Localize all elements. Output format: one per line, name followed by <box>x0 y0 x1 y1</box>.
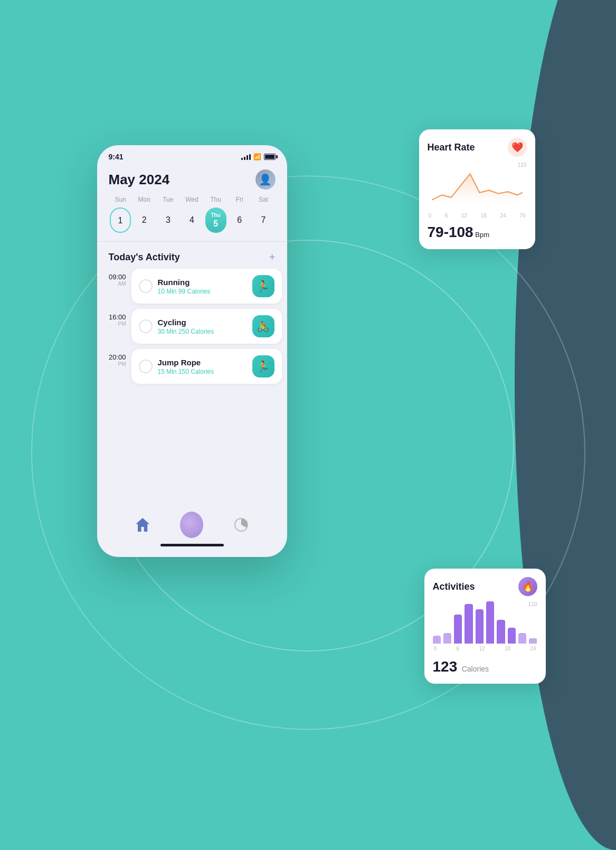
bar-chart-area: 110 70 0 6 12 18 24 <box>433 601 537 654</box>
calories-number: 123 <box>433 658 458 675</box>
phone-bottom <box>97 507 287 557</box>
time-label-cycling: 16:00 PM <box>102 309 126 344</box>
jumprope-icon: 🏃 <box>252 355 274 377</box>
bar-chart-y-max: 110 <box>528 601 537 607</box>
day-cell-4[interactable]: 4 <box>181 207 202 233</box>
activities-card-header: Activities 🔥 <box>433 577 537 596</box>
heart-rate-x-labels: 0 6 12 18 24 70 <box>428 213 527 219</box>
day-name-wed: Wed <box>181 196 202 203</box>
nav-stats[interactable] <box>230 513 253 536</box>
time-hour-jumprope: 20:00 <box>102 353 126 361</box>
day-cell-6[interactable]: 6 <box>229 207 250 233</box>
bars-container <box>433 601 537 644</box>
heart-icon: ❤️ <box>508 138 527 157</box>
activity-running-block: 09:00 AM Running 10 Min 99 Calories 🏃 <box>102 269 282 304</box>
activity-name-running: Running <box>158 278 247 287</box>
day-name-mon: Mon <box>134 196 155 203</box>
day-cell-2[interactable]: 2 <box>134 207 155 233</box>
bpm-unit: Bpm <box>475 231 489 239</box>
heart-rate-y-label: 110 <box>518 162 527 168</box>
activities-title: Activities <box>433 581 475 592</box>
heart-rate-card-header: Heart Rate ❤️ <box>428 138 527 157</box>
home-icon <box>136 518 149 532</box>
day-name-thu: Thu <box>205 196 226 203</box>
bar-x-labels: 0 6 12 18 24 <box>433 646 537 651</box>
cycling-icon: 🚴 <box>252 315 274 337</box>
day-cell-3[interactable]: 3 <box>157 207 178 233</box>
activity-name-jumprope: Jump Rope <box>158 358 247 367</box>
activity-cycling-block: 16:00 PM Cycling 30 Min 250 Calories 🚴 <box>102 309 282 344</box>
activity-check-cycling[interactable] <box>139 319 153 333</box>
status-bar: 9:41 📶 <box>97 145 287 165</box>
time-ampm-cycling: PM <box>102 321 126 327</box>
activity-check-jumprope[interactable] <box>139 360 153 373</box>
activity-list: 09:00 AM Running 10 Min 99 Calories 🏃 <box>97 269 287 507</box>
phone: 9:41 📶 May 2024 👤 <box>97 145 287 557</box>
bar-2 <box>443 633 451 644</box>
heart-rate-chart-svg <box>428 162 527 204</box>
activity-card-running[interactable]: Running 10 Min 99 Calories 🏃 <box>131 269 282 304</box>
activity-header: Today's Activity + <box>97 244 287 269</box>
bar-6 <box>486 601 494 644</box>
nav-home[interactable] <box>131 513 154 536</box>
bar-4 <box>465 604 472 644</box>
center-blob-icon <box>180 512 203 538</box>
add-activity-button[interactable]: + <box>269 251 276 263</box>
time-ampm-jumprope: PM <box>102 361 126 367</box>
divider <box>97 241 287 242</box>
phone-content: May 2024 👤 Sun Mon Tue Wed Thu Fri Sat <box>97 165 287 507</box>
day-cell-1[interactable]: 1 <box>110 207 131 233</box>
bpm-display: 79-108 Bpm <box>428 224 527 241</box>
activities-card: Activities 🔥 110 70 0 6 12 1 <box>424 569 546 684</box>
time-hour-running: 09:00 <box>102 273 126 281</box>
activity-check-running[interactable] <box>139 279 153 293</box>
calories-unit: Calories <box>462 665 489 673</box>
activity-card-jumprope[interactable]: Jump Rope 15 Min 150 Calories 🏃 <box>131 349 282 384</box>
home-indicator <box>160 544 224 546</box>
signal-icon <box>241 154 251 160</box>
bottom-nav <box>97 513 287 536</box>
running-icon: 🏃 <box>252 275 274 297</box>
time-label-running: 09:00 AM <box>102 269 126 304</box>
heart-rate-card: Heart Rate ❤️ 110 0 6 12 18 24 70 <box>419 129 535 249</box>
bar-5 <box>476 609 484 644</box>
activity-name-cycling: Cycling <box>158 318 247 327</box>
time-label-jumprope: 20:00 PM <box>102 349 126 384</box>
bar-9 <box>518 633 526 644</box>
battery-icon <box>264 154 276 160</box>
scene: 9:41 📶 May 2024 👤 <box>71 119 546 700</box>
phone-header: May 2024 👤 <box>97 165 287 196</box>
heart-rate-title: Heart Rate <box>428 142 475 153</box>
day-cell-7[interactable]: 7 <box>253 207 274 233</box>
activities-icon: 🔥 <box>518 577 537 596</box>
bpm-number: 79-108 <box>428 224 473 240</box>
activity-details-cycling: 30 Min 250 Calories <box>158 328 247 335</box>
bar-8 <box>508 628 516 644</box>
calendar: Sun Mon Tue Wed Thu Fri Sat 1 2 <box>97 196 287 239</box>
calendar-days: 1 2 3 4 Thu 5 6 <box>109 207 276 233</box>
activity-card-cycling[interactable]: Cycling 30 Min 250 Calories 🚴 <box>131 309 282 344</box>
month-title: May 2024 <box>109 172 170 188</box>
time-display: 9:41 <box>109 153 124 161</box>
calories-display: 123 Calories <box>433 658 537 675</box>
day-name-tue: Tue <box>157 196 178 203</box>
activity-details-running: 10 Min 99 Calories <box>158 288 247 295</box>
day-cell-5[interactable]: Thu 5 <box>205 207 226 233</box>
day-name-fri: Fri <box>229 196 250 203</box>
bar-7 <box>497 620 505 644</box>
status-icons: 📶 <box>241 153 276 160</box>
activity-jumprope-block: 20:00 PM Jump Rope 15 Min 150 Calories 🏃 <box>102 349 282 384</box>
activity-section-title: Today's Activity <box>109 252 180 263</box>
bar-3 <box>454 615 462 644</box>
wifi-icon: 📶 <box>253 153 261 160</box>
bar-1 <box>433 636 441 644</box>
heart-rate-chart-area: 110 <box>428 162 527 210</box>
day-name-sun: Sun <box>110 196 131 203</box>
time-hour-cycling: 16:00 <box>102 313 126 321</box>
avatar[interactable]: 👤 <box>255 169 276 190</box>
bar-chart-y-mid: 70 <box>531 638 537 644</box>
nav-center[interactable] <box>180 513 203 536</box>
time-ampm-running: AM <box>102 281 126 287</box>
day-name-sat: Sat <box>253 196 274 203</box>
calendar-header: Sun Mon Tue Wed Thu Fri Sat <box>109 196 276 203</box>
